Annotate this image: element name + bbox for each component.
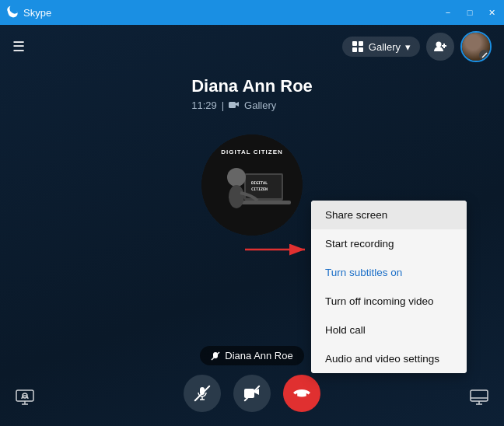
add-person-button[interactable] <box>426 33 454 61</box>
mute-video-button[interactable] <box>233 375 271 412</box>
call-time: 11:29 <box>191 100 217 111</box>
add-person-icon <box>433 40 447 54</box>
start-recording-item[interactable]: Start recording <box>311 229 467 258</box>
top-right-controls: Gallery ▾ <box>342 31 492 62</box>
svg-line-7 <box>482 53 487 58</box>
screen-share-left-icon[interactable] <box>16 389 34 409</box>
hamburger-menu[interactable]: ☰ <box>12 38 25 55</box>
svg-text:DIGITAL: DIGITAL <box>251 180 268 185</box>
main-avatar: DIGITAL CITIZEN DIGITAL CITIZEN <box>201 134 303 236</box>
more-options-button[interactable] <box>470 389 488 409</box>
close-button[interactable]: ✕ <box>485 8 498 18</box>
svg-point-16 <box>229 185 244 208</box>
turn-subtitles-item[interactable]: Turn subtitles on <box>311 258 467 287</box>
svg-rect-14 <box>236 201 291 204</box>
svg-rect-8 <box>229 102 236 108</box>
arrow-svg <box>241 236 311 264</box>
mute-audio-button[interactable] <box>184 375 221 412</box>
video-icon <box>244 388 260 399</box>
share-screen-item[interactable]: Share screen <box>311 201 467 229</box>
gallery-arrow: ▾ <box>405 41 411 53</box>
svg-rect-1 <box>359 41 363 46</box>
titlebar-title: Skype <box>23 7 51 19</box>
separator: | <box>222 100 224 111</box>
arrow-indicator <box>241 236 311 267</box>
turn-off-video-item[interactable]: Turn off incoming video <box>311 287 467 316</box>
controls-row <box>184 375 320 412</box>
camera-icon <box>229 100 240 111</box>
avatar-canvas: DIGITAL CITIZEN DIGITAL CITIZEN <box>201 134 303 236</box>
end-call-icon <box>293 388 310 399</box>
top-bar: ☰ Gallery ▾ <box>0 25 504 68</box>
titlebar: Skype − □ ✕ <box>0 0 504 25</box>
skype-icon <box>6 5 19 20</box>
svg-point-15 <box>227 168 246 187</box>
audio-video-settings-label: Audio and video settings <box>325 353 439 365</box>
avatar-badge <box>479 50 490 61</box>
turn-off-video-label: Turn off incoming video <box>325 295 434 307</box>
hold-call-item[interactable]: Hold call <box>311 316 467 344</box>
share-screen-label: Share screen <box>325 209 387 221</box>
audio-video-settings-item[interactable]: Audio and video settings <box>311 344 467 373</box>
svg-rect-2 <box>352 47 357 52</box>
svg-rect-18 <box>244 389 254 398</box>
start-recording-label: Start recording <box>325 238 394 250</box>
context-menu: Share screen Start recording Turn subtit… <box>311 201 467 373</box>
contact-avatar-top <box>460 31 492 62</box>
minimize-button[interactable]: − <box>442 8 454 17</box>
screen-icon <box>16 389 34 405</box>
avatar-inner: DIGITAL CITIZEN DIGITAL CITIZEN <box>201 134 303 236</box>
gallery-icon <box>352 40 364 53</box>
hold-call-label: Hold call <box>325 324 366 336</box>
svg-point-4 <box>436 42 442 47</box>
digital-citizen-label: DIGITAL CITIZEN <box>221 148 283 155</box>
call-name-section: Diana Ann Roe 11:29 | Gallery <box>191 76 313 111</box>
call-status: 11:29 | Gallery <box>191 100 313 111</box>
mute-badge-icon <box>211 351 220 361</box>
gallery-status-label: Gallery <box>244 100 276 111</box>
svg-rect-0 <box>352 41 357 46</box>
svg-rect-3 <box>359 47 363 52</box>
name-badge: Diana Ann Roe <box>200 346 303 365</box>
svg-rect-21 <box>471 390 488 401</box>
mute-icon <box>481 52 488 58</box>
turn-subtitles-label: Turn subtitles on <box>325 267 402 278</box>
microphone-icon <box>194 386 210 401</box>
contact-name: Diana Ann Roe <box>191 76 313 96</box>
gallery-label: Gallery <box>369 41 401 53</box>
end-call-button[interactable] <box>283 375 320 412</box>
maximize-button[interactable]: □ <box>464 8 476 17</box>
gallery-button[interactable]: Gallery ▾ <box>342 37 420 57</box>
svg-text:CITIZEN: CITIZEN <box>251 187 268 191</box>
name-badge-label: Diana Ann Roe <box>225 350 292 361</box>
titlebar-left: Skype <box>6 5 51 20</box>
more-options-icon <box>470 389 488 405</box>
call-area: ☰ Gallery ▾ <box>0 25 504 426</box>
titlebar-controls: − □ ✕ <box>442 8 498 18</box>
